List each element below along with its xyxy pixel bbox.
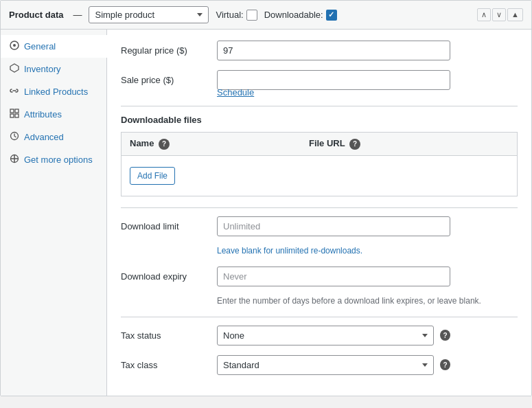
sidebar-item-get-more-options[interactable]: Get more options	[1, 148, 106, 171]
download-expiry-hint: Enter the number of days before a downlo…	[217, 296, 518, 306]
sidebar-label-get-more-options: Get more options	[24, 155, 93, 165]
tax-status-help-icon[interactable]: ?	[440, 330, 450, 341]
inventory-icon	[9, 63, 20, 75]
sidebar-item-inventory[interactable]: Inventory	[1, 58, 106, 80]
download-limit-input[interactable]	[217, 216, 450, 236]
sidebar-label-attributes: Attributes	[24, 109, 62, 120]
product-data-body: General Inventory Linked Products	[1, 30, 531, 396]
files-table: Name ? File URL ? Add File	[121, 132, 518, 196]
arrow-up-button[interactable]: ∧	[477, 8, 491, 21]
general-icon	[9, 41, 20, 52]
sidebar-item-general[interactable]: General	[1, 35, 107, 58]
virtual-checkbox-label[interactable]: Virtual:	[216, 10, 257, 21]
svg-point-1	[13, 44, 16, 47]
sidebar-item-attributes[interactable]: Attributes	[1, 103, 106, 126]
product-data-header: Product data — Simple product Variable p…	[1, 1, 531, 30]
get-more-options-icon	[9, 154, 20, 166]
svg-rect-2	[10, 109, 14, 113]
download-limit-group: Download limit Leave blank for unlimited…	[121, 216, 518, 256]
col-name-header: Name ?	[122, 133, 301, 156]
sidebar-item-advanced[interactable]: Advanced	[1, 126, 106, 148]
sidebar-label-general: General	[24, 41, 56, 52]
regular-price-label: Regular price ($)	[121, 45, 217, 56]
regular-price-row: Regular price ($)	[121, 41, 518, 60]
col-name-help-icon[interactable]: ?	[159, 139, 170, 150]
sidebar-label-advanced: Advanced	[24, 132, 64, 142]
sidebar: General Inventory Linked Products	[1, 30, 107, 396]
files-table-body: Add File	[122, 155, 518, 196]
download-expiry-label: Download expiry	[121, 271, 217, 282]
divider-1	[121, 106, 518, 106]
regular-price-input[interactable]	[217, 41, 450, 60]
divider-2	[121, 207, 518, 208]
advanced-icon	[9, 131, 20, 143]
download-limit-label: Download limit	[121, 221, 217, 231]
divider-3	[121, 317, 518, 317]
tax-status-select-wrapper: None Taxable Shipping only ?	[217, 326, 450, 345]
tax-class-row: Tax class Standard Reduced rate Zero rat…	[121, 355, 518, 375]
download-expiry-group: Download expiry Enter the number of days…	[121, 267, 518, 306]
svg-rect-3	[15, 109, 19, 113]
virtual-checkbox[interactable]	[246, 10, 257, 21]
virtual-label-text: Virtual:	[216, 10, 243, 20]
attributes-icon	[9, 109, 20, 120]
tax-class-select-wrapper: Standard Reduced rate Zero rate ?	[217, 355, 450, 375]
sidebar-item-linked-products[interactable]: Linked Products	[1, 80, 106, 103]
col-file-url-help-icon[interactable]: ?	[349, 139, 360, 150]
linked-products-icon	[9, 86, 20, 98]
tax-class-help-icon[interactable]: ?	[440, 359, 450, 370]
product-data-title: Product data	[9, 10, 63, 20]
download-expiry-input[interactable]	[217, 267, 450, 286]
main-content: Regular price ($) Sale price ($) Schedul…	[107, 30, 531, 396]
panel-arrows: ∧ ∨ ▲	[477, 8, 523, 21]
downloadable-checkbox[interactable]	[326, 10, 337, 21]
product-data-panel: Product data — Simple product Variable p…	[0, 0, 532, 396]
downloadable-label-text: Downloadable:	[264, 10, 323, 20]
svg-rect-5	[15, 114, 19, 117]
tax-status-label: Tax status	[121, 330, 217, 341]
tax-class-label: Tax class	[121, 360, 217, 370]
tax-class-select[interactable]: Standard Reduced rate Zero rate	[217, 355, 434, 375]
col-file-url-header: File URL ?	[301, 133, 518, 156]
downloadable-files-title: Downloadable files	[121, 115, 518, 125]
tax-status-select[interactable]: None Taxable Shipping only	[217, 326, 434, 345]
sidebar-label-inventory: Inventory	[24, 64, 60, 74]
files-table-empty-row: Add File	[122, 155, 518, 196]
product-type-select[interactable]: Simple product Variable product Grouped …	[89, 6, 209, 23]
arrow-down-button[interactable]: ∨	[492, 8, 506, 21]
arrow-collapse-button[interactable]: ▲	[507, 8, 523, 21]
downloadable-files-section: Downloadable files Name ? File URL ?	[121, 115, 518, 196]
svg-rect-4	[10, 114, 14, 117]
download-limit-row: Download limit	[121, 216, 518, 236]
sidebar-label-linked-products: Linked Products	[24, 87, 88, 97]
sale-price-label: Sale price ($)	[121, 75, 217, 85]
header-separator: —	[73, 10, 82, 20]
tax-status-row: Tax status None Taxable Shipping only ?	[121, 326, 518, 345]
downloadable-checkbox-label[interactable]: Downloadable:	[264, 10, 337, 21]
add-file-button[interactable]: Add File	[130, 167, 175, 185]
download-limit-hint: Leave blank for unlimited re-downloads.	[217, 246, 518, 256]
download-expiry-row: Download expiry	[121, 267, 518, 286]
